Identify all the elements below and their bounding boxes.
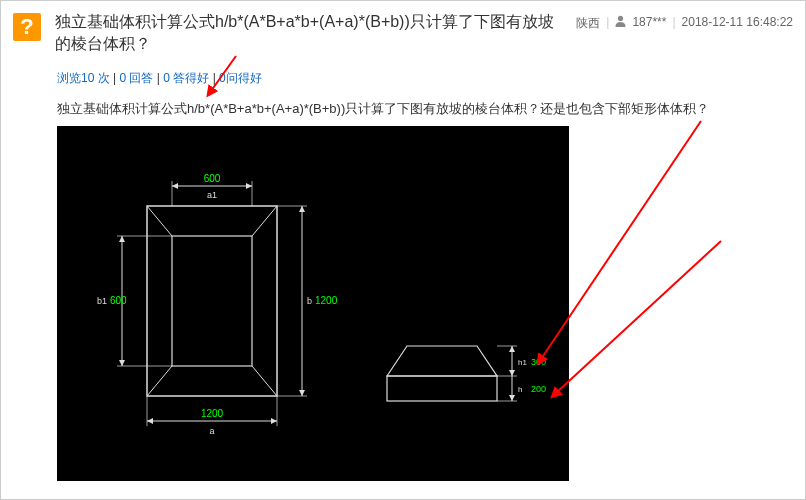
dim-h-200: 200: [531, 384, 546, 394]
good-answers-link[interactable]: 0 答得好: [163, 71, 209, 85]
svg-line-4: [147, 366, 172, 396]
meta-separator: |: [606, 15, 609, 29]
dim-h-letter: h: [518, 385, 522, 394]
svg-rect-1: [172, 236, 252, 366]
question-body: 独立基础体积计算公式h/b*(A*B+a*b+(A+a)*(B+b))只计算了下…: [1, 93, 805, 125]
svg-marker-32: [509, 370, 515, 376]
date-label: 2018-12-11 16:48:22: [682, 15, 793, 29]
svg-marker-15: [271, 418, 277, 424]
svg-marker-20: [299, 390, 305, 396]
dim-right-1200: 1200: [315, 295, 338, 306]
svg-marker-9: [172, 183, 178, 189]
svg-marker-27: [387, 346, 497, 376]
question-mark-icon: ?: [13, 13, 41, 41]
svg-marker-19: [299, 206, 305, 212]
meta-separator: |: [672, 15, 675, 29]
svg-rect-26: [387, 376, 497, 401]
svg-marker-25: [119, 360, 125, 366]
dim-left-600: 600: [110, 295, 127, 306]
dim-bottom-a: a: [209, 426, 214, 436]
svg-marker-31: [509, 346, 515, 352]
dim-left-b1: b1: [97, 296, 107, 306]
answers-link[interactable]: 0 回答: [119, 71, 153, 85]
good-question-link[interactable]: 0问得好: [219, 71, 262, 85]
svg-marker-24: [119, 236, 125, 242]
svg-marker-10: [246, 183, 252, 189]
dim-h1-letter: h1: [518, 358, 527, 367]
question-meta: 陕西 | 187*** | 2018-12-11 16:48:22: [576, 11, 793, 56]
dim-right-b: b: [307, 296, 312, 306]
svg-line-5: [252, 366, 277, 396]
svg-rect-0: [147, 206, 277, 396]
views-link[interactable]: 浏览10 次: [57, 71, 110, 85]
dim-top-a1: a1: [207, 190, 217, 200]
user-label: 187***: [632, 15, 666, 29]
question-title: 独立基础体积计算公式h/b*(A*B+a*b+(A+a)*(B+b))只计算了下…: [55, 11, 576, 56]
svg-line-2: [147, 206, 172, 236]
dim-top-600: 600: [204, 173, 221, 184]
svg-line-3: [252, 206, 277, 236]
province-label: 陕西: [576, 15, 600, 32]
cad-diagram: 600 a1 1200 a b 1200 b1 600: [57, 126, 569, 481]
svg-marker-14: [147, 418, 153, 424]
stats-row: 浏览10 次 | 0 回答 | 0 答得好 | 0问得好: [1, 64, 805, 93]
dim-bottom-1200: 1200: [201, 408, 224, 419]
svg-line-38: [556, 241, 721, 393]
svg-marker-35: [509, 395, 515, 401]
dim-h1-300: 300: [531, 357, 546, 367]
person-icon: [615, 15, 626, 30]
